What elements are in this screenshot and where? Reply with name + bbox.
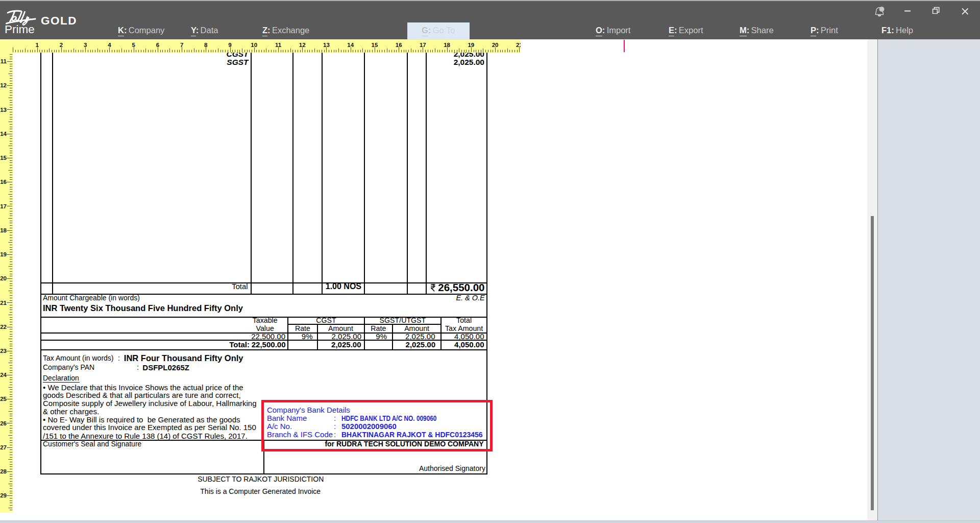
svg-text:15: 15 <box>0 155 7 161</box>
svg-text:21: 21 <box>0 300 7 306</box>
svg-text:3: 3 <box>84 42 87 48</box>
svg-text:20: 20 <box>492 42 499 48</box>
svg-text:7: 7 <box>180 42 183 48</box>
svg-text:17: 17 <box>0 203 7 209</box>
svg-text:18: 18 <box>0 227 7 233</box>
svg-text:9: 9 <box>228 42 231 48</box>
svg-text:17: 17 <box>420 42 426 48</box>
svg-text:10: 10 <box>251 42 257 48</box>
svg-text:20: 20 <box>0 275 7 281</box>
svg-text:11: 11 <box>275 42 282 48</box>
svg-text:13: 13 <box>0 107 7 113</box>
svg-text:27: 27 <box>0 444 7 450</box>
svg-text:21: 21 <box>516 42 521 48</box>
svg-text:25: 25 <box>0 396 7 402</box>
svg-text:22: 22 <box>0 324 7 330</box>
svg-text:12: 12 <box>0 82 7 88</box>
svg-text:24: 24 <box>0 372 7 378</box>
svg-text:19: 19 <box>0 251 7 257</box>
svg-text:28: 28 <box>0 468 7 474</box>
svg-text:13: 13 <box>323 42 330 48</box>
svg-text:14: 14 <box>0 131 7 137</box>
svg-text:4: 4 <box>108 42 111 48</box>
svg-text:23: 23 <box>0 348 7 354</box>
svg-text:5: 5 <box>132 42 135 48</box>
svg-text:26: 26 <box>0 420 7 426</box>
svg-text:11: 11 <box>1 58 7 64</box>
svg-text:6: 6 <box>156 42 159 48</box>
svg-text:14: 14 <box>347 42 354 48</box>
svg-text:29: 29 <box>0 492 7 498</box>
svg-text:18: 18 <box>444 42 450 48</box>
svg-text:2: 2 <box>60 42 63 48</box>
svg-text:15: 15 <box>372 42 378 48</box>
svg-text:1: 1 <box>35 42 39 48</box>
svg-text:12: 12 <box>299 42 306 48</box>
svg-text:8: 8 <box>204 42 208 48</box>
svg-text:16: 16 <box>0 179 7 185</box>
svg-text:19: 19 <box>468 42 474 48</box>
svg-text:16: 16 <box>396 42 402 48</box>
